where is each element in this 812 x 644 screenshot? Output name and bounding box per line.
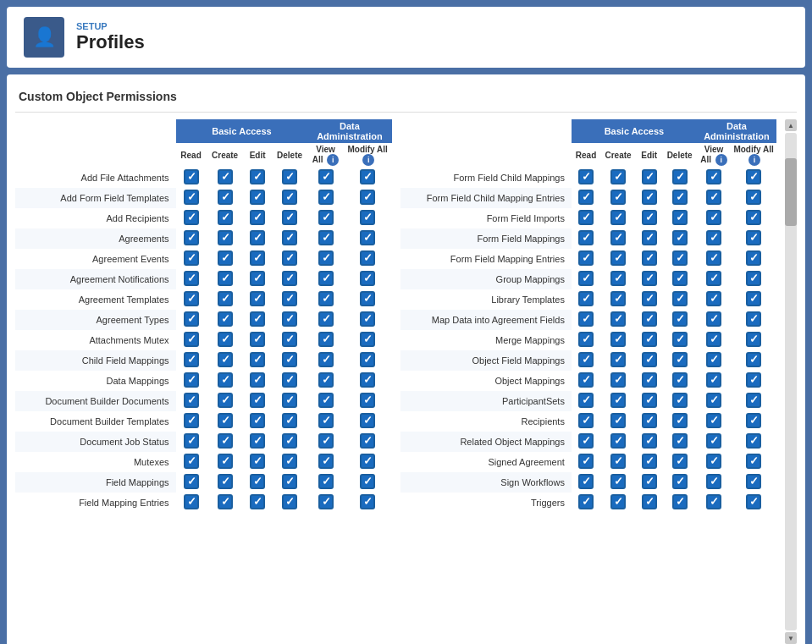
checkbox[interactable] (360, 210, 375, 225)
checkbox[interactable] (578, 393, 594, 408)
checkbox[interactable] (746, 271, 761, 286)
checkbox[interactable] (672, 311, 688, 327)
checkbox[interactable] (218, 271, 233, 286)
checkbox[interactable] (318, 271, 334, 286)
checkbox[interactable] (746, 210, 761, 225)
checkbox[interactable] (610, 413, 626, 428)
checkbox[interactable] (218, 190, 233, 205)
checkbox[interactable] (706, 372, 721, 388)
checkbox[interactable] (184, 291, 199, 306)
checkbox[interactable] (318, 474, 334, 489)
checkbox[interactable] (746, 454, 761, 469)
checkbox[interactable] (672, 474, 688, 489)
checkbox[interactable] (642, 352, 657, 367)
checkbox[interactable] (282, 332, 297, 347)
checkbox[interactable] (360, 332, 375, 347)
checkbox[interactable] (672, 271, 688, 286)
checkbox[interactable] (610, 291, 626, 306)
checkbox[interactable] (282, 372, 297, 388)
checkbox[interactable] (578, 210, 594, 225)
checkbox[interactable] (578, 190, 594, 205)
checkbox[interactable] (610, 494, 626, 509)
checkbox[interactable] (218, 169, 233, 184)
checkbox[interactable] (642, 454, 657, 469)
checkbox[interactable] (746, 372, 761, 388)
checkbox[interactable] (282, 413, 297, 428)
checkbox[interactable] (706, 433, 721, 449)
checkbox[interactable] (184, 250, 199, 266)
checkbox[interactable] (746, 169, 761, 184)
checkbox[interactable] (318, 413, 334, 428)
checkbox[interactable] (610, 210, 626, 225)
checkbox[interactable] (282, 454, 297, 469)
checkbox[interactable] (706, 311, 721, 327)
checkbox[interactable] (218, 494, 233, 509)
checkbox[interactable] (218, 413, 233, 428)
checkbox[interactable] (672, 250, 688, 266)
checkbox[interactable] (672, 190, 688, 205)
checkbox[interactable] (250, 332, 265, 347)
checkbox[interactable] (642, 311, 657, 327)
checkbox[interactable] (642, 474, 657, 489)
checkbox[interactable] (746, 250, 761, 266)
checkbox[interactable] (282, 311, 297, 327)
checkbox[interactable] (250, 433, 265, 449)
checkbox[interactable] (672, 169, 688, 184)
checkbox[interactable] (610, 271, 626, 286)
checkbox[interactable] (218, 433, 233, 449)
checkbox[interactable] (218, 352, 233, 367)
checkbox[interactable] (282, 393, 297, 408)
checkbox[interactable] (746, 474, 761, 489)
checkbox[interactable] (706, 250, 721, 266)
checkbox[interactable] (578, 332, 594, 347)
checkbox[interactable] (672, 210, 688, 225)
scroll-up-arrow[interactable]: ▲ (785, 119, 797, 131)
checkbox[interactable] (610, 352, 626, 367)
checkbox[interactable] (746, 494, 761, 509)
checkbox[interactable] (250, 454, 265, 469)
checkbox[interactable] (184, 352, 199, 367)
checkbox[interactable] (250, 271, 265, 286)
checkbox[interactable] (746, 393, 761, 408)
checkbox[interactable] (610, 433, 626, 449)
checkbox[interactable] (642, 230, 657, 245)
checkbox[interactable] (184, 311, 199, 327)
checkbox[interactable] (578, 291, 594, 306)
checkbox[interactable] (578, 352, 594, 367)
checkbox[interactable] (642, 271, 657, 286)
checkbox[interactable] (250, 352, 265, 367)
checkbox[interactable] (282, 352, 297, 367)
checkbox[interactable] (706, 291, 721, 306)
checkbox[interactable] (706, 190, 721, 205)
checkbox[interactable] (184, 433, 199, 449)
checkbox[interactable] (218, 454, 233, 469)
checkbox[interactable] (610, 474, 626, 489)
checkbox[interactable] (250, 169, 265, 184)
checkbox[interactable] (184, 169, 199, 184)
checkbox[interactable] (318, 250, 334, 266)
checkbox[interactable] (318, 352, 334, 367)
checkbox[interactable] (578, 311, 594, 327)
checkbox[interactable] (706, 474, 721, 489)
checkbox[interactable] (672, 372, 688, 388)
checkbox[interactable] (360, 169, 375, 184)
checkbox[interactable] (218, 372, 233, 388)
checkbox[interactable] (672, 433, 688, 449)
checkbox[interactable] (184, 210, 199, 225)
checkbox[interactable] (282, 230, 297, 245)
checkbox[interactable] (360, 413, 375, 428)
checkbox[interactable] (706, 454, 721, 469)
checkbox[interactable] (610, 454, 626, 469)
checkbox[interactable] (672, 352, 688, 367)
checkbox[interactable] (672, 291, 688, 306)
checkbox[interactable] (578, 494, 594, 509)
checkbox[interactable] (218, 250, 233, 266)
checkbox[interactable] (184, 494, 199, 509)
checkbox[interactable] (218, 230, 233, 245)
checkbox[interactable] (746, 433, 761, 449)
viewall-info-right[interactable]: i (715, 154, 727, 166)
checkbox[interactable] (578, 169, 594, 184)
checkbox[interactable] (250, 413, 265, 428)
checkbox[interactable] (318, 494, 334, 509)
checkbox[interactable] (218, 210, 233, 225)
